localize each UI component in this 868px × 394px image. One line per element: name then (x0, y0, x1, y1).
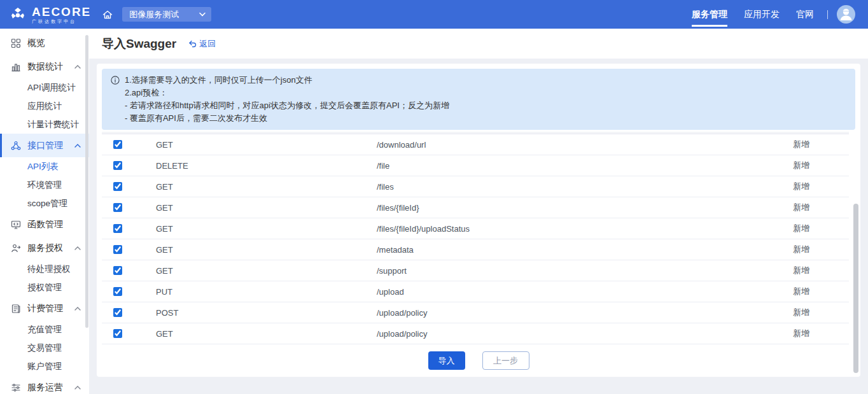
logo[interactable]: AECORE 广联达数字中台 (8, 5, 91, 24)
row-status: 新增 (793, 160, 809, 171)
nav-service-management[interactable]: 服务管理 (683, 0, 736, 29)
operations-icon (11, 383, 22, 393)
sidebar-subitem-app-statistics[interactable]: 应用统计 (0, 97, 89, 115)
notice-line: - 覆盖原有API后，需要二次发布才生效 (125, 112, 449, 125)
row-path: /files (377, 182, 793, 192)
content-card: 1.选择需要导入的文件，同时仅可上传一个json文件 2.api预检： - 若请… (97, 64, 860, 377)
app-root: AECORE 广联达数字中台 图像服务测试 服务管理 应用开发 官网 (0, 0, 868, 394)
row-checkbox[interactable] (113, 140, 122, 149)
sidebar-subitem-api-call-statistics[interactable]: API调用统计 (0, 78, 89, 97)
page-titlebar: 导入Swagger 返回 (89, 29, 868, 59)
row-checkbox[interactable] (113, 287, 122, 296)
sidebar-scrollbar[interactable] (85, 35, 88, 328)
avatar[interactable] (837, 5, 855, 24)
row-status: 新增 (793, 265, 809, 276)
sidebar-subitem-metering-billing-statistics[interactable]: 计量计费统计 (0, 115, 89, 134)
notice-line: - 若请求路径和http请求相同时，对应api状态为修改，提交后会覆盖原有API… (125, 99, 449, 112)
nav-official-site[interactable]: 官网 (788, 0, 822, 29)
row-status: 新增 (793, 223, 809, 234)
top-header: AECORE 广联达数字中台 图像服务测试 服务管理 应用开发 官网 (0, 0, 868, 29)
sidebar-menu: 概览数据统计API调用统计应用统计计量计费统计接口管理API列表环境管理scop… (0, 29, 89, 394)
notice-line: 2.api预检： (125, 87, 449, 99)
table-scrollbar[interactable] (853, 132, 858, 377)
row-checkbox[interactable] (113, 329, 122, 338)
row-path: /upload/policy (377, 308, 793, 318)
chevron-up-icon[interactable] (74, 307, 81, 311)
row-checkbox[interactable] (113, 224, 122, 233)
divider (827, 10, 828, 19)
row-method: DELETE (156, 161, 377, 171)
sidebar-item-billing-management[interactable]: 计费管理 (0, 297, 89, 320)
row-status: 新增 (793, 202, 809, 213)
row-checkbox[interactable] (113, 266, 122, 275)
sidebar-item-label: 服务运营 (27, 382, 63, 393)
sidebar-subitem-environment-management[interactable]: 环境管理 (0, 176, 89, 194)
table-row: PUT/upload新增 (102, 281, 849, 302)
sidebar-item-service-authorization[interactable]: 服务授权 (0, 236, 89, 260)
workspace-select[interactable]: 图像服务测试 (122, 7, 211, 22)
sidebar-item-function-management[interactable]: 函数管理 (0, 213, 89, 236)
row-path: /support (377, 266, 793, 276)
table-scrollbar-thumb[interactable] (853, 204, 858, 373)
row-method: GET (156, 140, 377, 150)
row-method: GET (156, 182, 377, 192)
top-nav: 服务管理 应用开发 官网 (683, 0, 822, 29)
sidebar-item-api-management[interactable]: 接口管理 (0, 134, 89, 157)
row-status: 新增 (793, 286, 809, 297)
billing-icon (11, 304, 22, 314)
sidebar-item-label: 数据统计 (27, 61, 63, 73)
sidebar-subitem-scope-management[interactable]: scope管理 (0, 194, 89, 213)
row-status: 新增 (793, 181, 809, 192)
row-checkbox[interactable] (113, 308, 122, 317)
chevron-up-icon[interactable] (74, 144, 81, 148)
api-table: GET/download/url新增DELETE/file新增GET/files… (102, 132, 855, 344)
home-icon[interactable] (102, 9, 113, 20)
sidebar-item-service-operations[interactable]: 服务运营 (0, 376, 89, 394)
row-method: GET (156, 224, 377, 234)
sidebar-item-data-statistics[interactable]: 数据统计 (0, 55, 89, 78)
sidebar-subitem-api-list[interactable]: API列表 (0, 157, 89, 176)
notice-line: 1.选择需要导入的文件，同时仅可上传一个json文件 (125, 74, 449, 87)
row-path: /file (377, 161, 793, 171)
row-checkbox[interactable] (113, 161, 122, 170)
back-link[interactable]: 返回 (188, 38, 216, 50)
chevron-up-icon[interactable] (74, 246, 81, 250)
sidebar-subitem-authorization-management[interactable]: 授权管理 (0, 278, 89, 297)
sidebar-subitem-transaction-management[interactable]: 交易管理 (0, 339, 89, 357)
row-path: /metadata (377, 245, 793, 255)
monitor-icon (11, 220, 22, 230)
sidebar-subitem-recharge-management[interactable]: 充值管理 (0, 320, 89, 339)
chevron-up-icon[interactable] (74, 65, 81, 69)
api-table-rows: GET/download/url新增DELETE/file新增GET/files… (102, 134, 855, 344)
row-path: /files/{fileId}/uploadStatus (377, 224, 793, 234)
table-row: GET/upload/policy新增 (102, 323, 849, 344)
sidebar-item-label: 服务授权 (27, 243, 63, 254)
row-path: /upload/policy (377, 329, 793, 339)
bar-chart-icon (11, 62, 22, 72)
nav-app-development[interactable]: 应用开发 (736, 0, 788, 29)
sidebar-subitem-account-management[interactable]: 账户管理 (0, 357, 89, 376)
sidebar-item-label: 概览 (27, 38, 45, 49)
back-arrow-icon (188, 40, 197, 48)
logo-title: AECORE (32, 6, 91, 18)
row-method: GET (156, 245, 377, 255)
table-row: DELETE/file新增 (102, 155, 849, 176)
row-path: /download/url (377, 140, 793, 150)
sidebar-subitem-pending-authorization[interactable]: 待处理授权 (0, 260, 89, 278)
chevron-up-icon[interactable] (74, 386, 81, 390)
row-status: 新增 (793, 307, 809, 318)
notice-lines: 1.选择需要导入的文件，同时仅可上传一个json文件 2.api预检： - 若请… (125, 74, 449, 125)
row-method: GET (156, 203, 377, 213)
table-row: GET/metadata新增 (102, 239, 849, 260)
logo-icon (8, 5, 27, 24)
row-checkbox[interactable] (113, 203, 122, 212)
row-status: 新增 (793, 139, 809, 150)
row-checkbox[interactable] (113, 182, 122, 191)
import-button[interactable]: 导入 (428, 351, 465, 370)
row-checkbox[interactable] (113, 245, 122, 254)
sidebar-item-overview[interactable]: 概览 (0, 31, 89, 55)
prev-step-button[interactable]: 上一步 (482, 351, 529, 370)
row-method: PUT (156, 287, 377, 297)
row-status: 新增 (793, 328, 809, 339)
row-path: /files/{fileId} (377, 203, 793, 213)
